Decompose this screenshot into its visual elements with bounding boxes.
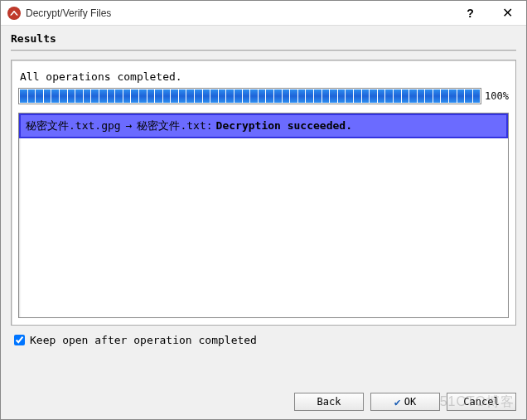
result-source: 秘密文件.txt.gpg <box>26 118 121 133</box>
result-target: 秘密文件.txt: <box>137 118 212 133</box>
status-message: All operations completed. <box>18 69 509 88</box>
keep-open-checkbox-row[interactable]: Keep open after operation completed <box>14 334 516 346</box>
window-title: Decrypt/Verify Files <box>26 7 452 19</box>
progress-percent: 100% <box>485 90 509 102</box>
app-icon <box>7 7 21 20</box>
result-row[interactable]: 秘密文件.txt.gpg → 秘密文件.txt: Decryption succ… <box>19 113 508 138</box>
back-button[interactable]: Back <box>294 393 364 411</box>
results-list: 秘密文件.txt.gpg → 秘密文件.txt: Decryption succ… <box>18 113 509 318</box>
result-status: Decryption succeeded. <box>216 119 352 132</box>
divider <box>11 50 516 51</box>
cancel-button[interactable]: Cancel <box>447 393 516 411</box>
help-icon[interactable]: ? <box>452 1 489 25</box>
results-panel: All operations completed. 100% 秘密文件.txt.… <box>11 60 516 326</box>
keep-open-label: Keep open after operation completed <box>30 334 257 346</box>
close-icon[interactable]: ✕ <box>489 1 526 25</box>
keep-open-checkbox[interactable] <box>14 335 25 345</box>
progress-bar <box>18 88 481 104</box>
titlebar: Decrypt/Verify Files ? ✕ <box>1 1 526 26</box>
arrow-icon: → <box>124 119 134 132</box>
check-icon: ✔ <box>394 396 401 408</box>
ok-button[interactable]: ✔ OK <box>370 393 440 411</box>
section-heading: Results <box>11 32 516 45</box>
